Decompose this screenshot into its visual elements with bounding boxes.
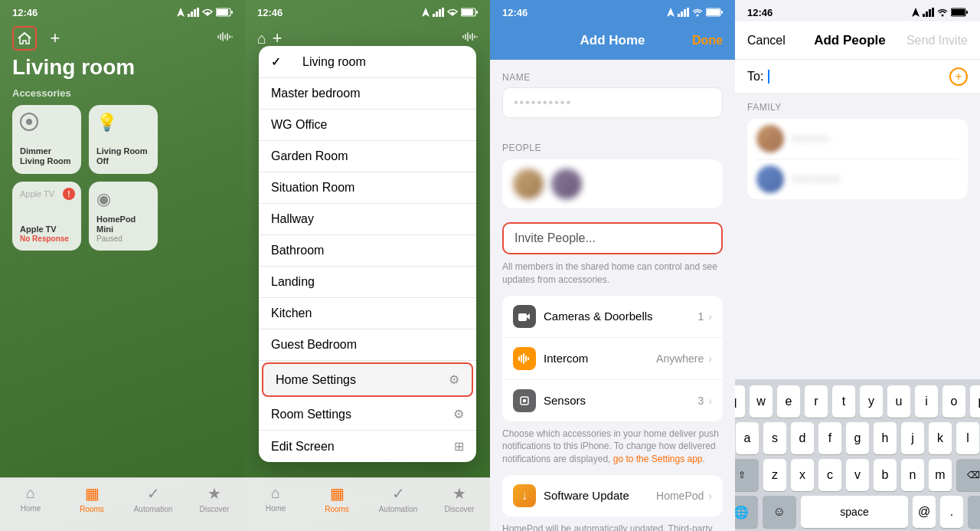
delete-key[interactable]: ⌫ bbox=[956, 459, 980, 491]
home-icon-button[interactable] bbox=[12, 26, 37, 51]
key-t[interactable]: t bbox=[832, 385, 855, 418]
tab-discover-icon-2: ★ bbox=[452, 484, 466, 503]
tab-automation-1[interactable]: ✓ Automation bbox=[122, 484, 184, 513]
tile-homepod[interactable]: ◉ HomePod Mini Paused bbox=[89, 182, 158, 251]
menu-item-master-bedroom[interactable]: Master bedroom bbox=[259, 78, 476, 110]
tab-home-1[interactable]: ⌂ Home bbox=[0, 484, 61, 513]
key-e[interactable]: e bbox=[777, 385, 800, 418]
key-j[interactable]: j bbox=[901, 422, 924, 454]
shift-key[interactable]: ⇧ bbox=[735, 459, 759, 491]
add-contact-button[interactable]: + bbox=[949, 67, 968, 86]
tab-home-2[interactable]: ⌂ Home bbox=[245, 484, 306, 513]
return-key[interactable]: return bbox=[968, 496, 980, 528]
tab-rooms-2[interactable]: ▦ Rooms bbox=[306, 484, 368, 513]
menu-item-garden-room[interactable]: Garden Room bbox=[259, 141, 476, 172]
menu-guest-bedroom-label: Guest Bedroom bbox=[271, 338, 357, 352]
key-s[interactable]: s bbox=[763, 422, 786, 454]
cancel-button[interactable]: Cancel bbox=[747, 34, 793, 48]
tile-dimmer[interactable]: Dimmer Living Room bbox=[12, 105, 81, 174]
menu-wg-office-label: WG Office bbox=[271, 118, 328, 132]
accessories-grid: Dimmer Living Room 💡 Living Room Off ! A… bbox=[0, 105, 245, 251]
tile-apple-tv-1[interactable]: ! Apple TV Apple TV No Response bbox=[12, 182, 81, 251]
svg-rect-22 bbox=[476, 11, 478, 14]
menu-item-room-settings[interactable]: Room Settings ⚙ bbox=[259, 398, 476, 431]
family-member-2[interactable]: ••••••••••••• bbox=[756, 159, 959, 199]
tab-rooms-1[interactable]: ▦ Rooms bbox=[61, 484, 122, 513]
key-w[interactable]: w bbox=[750, 385, 773, 418]
key-l[interactable]: l bbox=[956, 422, 979, 454]
key-z[interactable]: z bbox=[763, 459, 786, 491]
menu-garden-room-label: Garden Room bbox=[271, 149, 348, 163]
globe-key[interactable]: 🌐 bbox=[735, 496, 758, 528]
key-o[interactable]: o bbox=[942, 385, 965, 418]
family-avatar-2 bbox=[756, 166, 784, 193]
tab-bar-1: ⌂ Home ▦ Rooms ✓ Automation ★ Discover bbox=[0, 477, 245, 531]
key-q[interactable]: q bbox=[735, 385, 745, 418]
key-p[interactable]: p bbox=[970, 385, 980, 418]
tab-home-label-2: Home bbox=[266, 504, 286, 513]
at-key[interactable]: @ bbox=[913, 496, 936, 528]
menu-item-edit-screen[interactable]: Edit Screen ⊞ bbox=[259, 431, 476, 462]
svg-rect-32 bbox=[681, 11, 683, 17]
wifi-icon-3 bbox=[692, 8, 703, 17]
svg-rect-10 bbox=[222, 32, 224, 41]
invite-people-button[interactable]: Invite People... bbox=[502, 222, 723, 254]
menu-item-kitchen[interactable]: Kitchen bbox=[259, 298, 476, 329]
svg-rect-2 bbox=[191, 11, 193, 17]
tile-living-room-off[interactable]: 💡 Living Room Off bbox=[89, 105, 158, 174]
key-i[interactable]: i bbox=[915, 385, 938, 418]
key-k[interactable]: k bbox=[929, 422, 952, 454]
add-button-1[interactable]: + bbox=[44, 28, 66, 49]
key-c[interactable]: c bbox=[818, 459, 841, 491]
cameras-doorbells-item[interactable]: Cameras & Doorbells 1 › bbox=[502, 296, 723, 338]
to-input-cursor[interactable] bbox=[768, 70, 769, 84]
check-icon: ✓ bbox=[271, 54, 281, 69]
key-b[interactable]: b bbox=[874, 459, 897, 491]
key-a[interactable]: a bbox=[736, 422, 759, 454]
key-h[interactable]: h bbox=[874, 422, 897, 454]
key-n[interactable]: n bbox=[901, 459, 924, 491]
key-x[interactable]: x bbox=[791, 459, 814, 491]
menu-item-landing[interactable]: Landing bbox=[259, 267, 476, 298]
menu-item-situation-room[interactable]: Situation Room bbox=[259, 172, 476, 204]
key-u[interactable]: u bbox=[887, 385, 910, 418]
key-r[interactable]: r bbox=[805, 385, 828, 418]
settings-app-link[interactable]: go to the Settings app bbox=[613, 454, 703, 464]
menu-item-wg-office[interactable]: WG Office bbox=[259, 110, 476, 141]
menu-item-bathroom[interactable]: Bathroom bbox=[259, 235, 476, 267]
key-v[interactable]: v bbox=[846, 459, 869, 491]
tab-discover-1[interactable]: ★ Discover bbox=[184, 484, 245, 513]
key-g[interactable]: g bbox=[846, 422, 869, 454]
menu-item-hallway[interactable]: Hallway bbox=[259, 204, 476, 235]
home-name-input[interactable]: •••••••••• bbox=[502, 87, 723, 118]
key-d[interactable]: d bbox=[791, 422, 814, 454]
add-people-nav: Cancel Add People Send Invite bbox=[735, 21, 980, 60]
menu-item-living-room[interactable]: ✓ Living room bbox=[259, 46, 476, 78]
camera-icon bbox=[513, 305, 536, 328]
menu-item-home-settings[interactable]: Home Settings ⚙ bbox=[262, 362, 473, 397]
tab-discover-2[interactable]: ★ Discover bbox=[429, 484, 490, 513]
period-key[interactable]: . bbox=[940, 496, 963, 528]
software-update-row[interactable]: ↓ Software Update HomePod › bbox=[502, 475, 723, 516]
svg-rect-40 bbox=[518, 356, 520, 361]
intercom-item[interactable]: Intercom Anywhere › bbox=[502, 338, 723, 380]
software-update-chevron: › bbox=[708, 490, 712, 502]
people-row bbox=[502, 159, 723, 208]
key-y[interactable]: y bbox=[860, 385, 883, 418]
svg-rect-11 bbox=[224, 34, 226, 39]
signal-icon-4 bbox=[923, 8, 934, 17]
home-name-value: •••••••••• bbox=[514, 96, 572, 109]
key-f[interactable]: f bbox=[818, 422, 841, 454]
family-member-1[interactable]: •••••••••• bbox=[756, 119, 959, 159]
emoji-key[interactable]: ☺ bbox=[763, 496, 796, 528]
avatar-2 bbox=[551, 169, 582, 199]
key-m[interactable]: m bbox=[929, 459, 952, 491]
sensors-item[interactable]: Sensors 3 › bbox=[502, 380, 723, 421]
send-invite-button[interactable]: Send Invite bbox=[906, 34, 968, 48]
home-icon-2[interactable]: ⌂ bbox=[257, 30, 266, 48]
cameras-value: 1 bbox=[698, 310, 704, 323]
menu-item-guest-bedroom[interactable]: Guest Bedroom bbox=[259, 329, 476, 361]
done-button[interactable]: Done bbox=[684, 34, 723, 48]
tab-automation-2[interactable]: ✓ Automation bbox=[368, 484, 429, 513]
space-key[interactable]: space bbox=[801, 496, 908, 528]
